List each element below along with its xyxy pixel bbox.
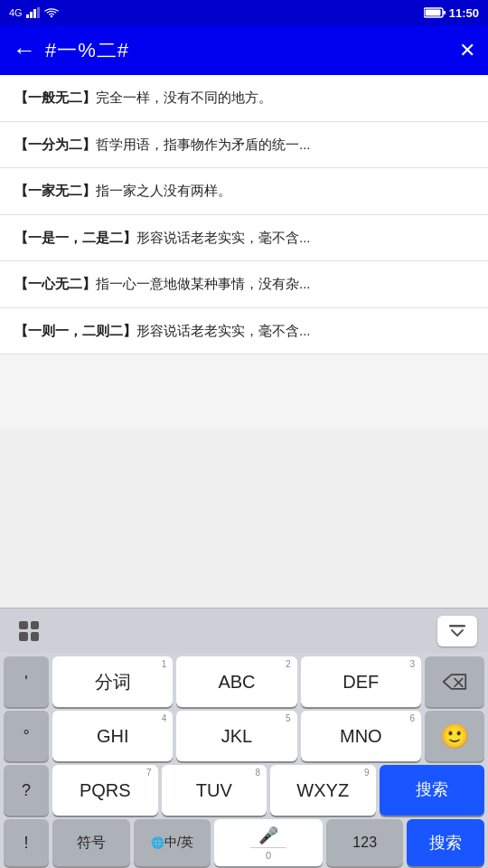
- svg-rect-0: [26, 14, 29, 18]
- punct-comma-key[interactable]: ': [4, 656, 49, 707]
- network-indicator: 4G: [9, 7, 23, 18]
- key-num-8: 8: [255, 769, 260, 778]
- key-pqrs[interactable]: 7 PQRS: [52, 765, 158, 816]
- lang-globe-icon: 🌐: [151, 836, 164, 849]
- result-desc: 指一家之人没有两样。: [96, 183, 231, 198]
- result-item[interactable]: 【一则一，二则二】形容说话老老实实，毫不含...: [0, 308, 488, 355]
- punct-comma-label: ': [24, 674, 27, 690]
- emoji-key[interactable]: 🙂: [425, 711, 484, 761]
- results-area: 【一般无二】完全一样，没有不同的地方。【一分为二】哲学用语，指事物作为矛盾的统一…: [0, 75, 488, 428]
- key-num-2: 2: [286, 660, 291, 669]
- lang-switch-label: 中/英: [164, 835, 193, 851]
- time-display: 11:50: [449, 6, 479, 20]
- key-label-wxyz: WXYZ: [296, 779, 349, 801]
- key-label-fenci: 分词: [95, 671, 131, 693]
- punct-question-key[interactable]: ?: [4, 765, 49, 816]
- key-fencie[interactable]: 1 分词: [52, 656, 173, 707]
- key-row-1: ' 1 分词 2 ABC 3 DEF: [2, 656, 486, 707]
- result-keyword: 【一分为二】: [14, 137, 96, 152]
- search-side-key[interactable]: 搜索: [380, 765, 485, 816]
- result-keyword: 【一是一，二是二】: [14, 230, 136, 245]
- key-row-4: ! 符号 🌐 中/英 🎤 0 123 搜索: [2, 819, 486, 866]
- delete-key[interactable]: [425, 656, 484, 707]
- numeric-key[interactable]: 123: [326, 819, 404, 866]
- mic-icon: 🎤: [258, 826, 278, 845]
- status-right: 11:50: [424, 6, 479, 20]
- grid-menu-button[interactable]: [11, 613, 47, 649]
- result-keyword: 【一则一，二则二】: [14, 323, 136, 338]
- keyboard-toolbar: [0, 608, 488, 653]
- svg-rect-1: [30, 12, 33, 18]
- lang-switch-key[interactable]: 🌐 中/英: [134, 819, 211, 866]
- key-num-5: 5: [286, 714, 291, 723]
- key-wxyz[interactable]: 9 WXYZ: [270, 765, 376, 816]
- signal-icon: [26, 7, 41, 18]
- svg-point-4: [50, 15, 52, 17]
- key-label-jkl: JKL: [221, 725, 252, 747]
- search-bar: ← #一%二# ✕: [0, 25, 488, 75]
- result-desc: 哲学用语，指事物作为矛盾的统一...: [96, 137, 311, 152]
- collapse-keyboard-button[interactable]: [437, 616, 477, 646]
- key-label-mno: MNO: [340, 725, 382, 747]
- result-item[interactable]: 【一心无二】指一心一意地做某种事情，没有杂...: [0, 261, 488, 308]
- punct-exclaim-label: !: [23, 835, 28, 851]
- punct-question-label: ?: [22, 782, 31, 798]
- key-mno[interactable]: 6 MNO: [301, 711, 421, 761]
- key-def[interactable]: 3 DEF: [301, 656, 421, 707]
- search-side-label: 搜索: [416, 780, 448, 800]
- result-desc: 完全一样，没有不同的地方。: [96, 90, 272, 105]
- result-item[interactable]: 【一家无二】指一家之人没有两样。: [0, 168, 488, 215]
- space-line: [250, 847, 286, 848]
- result-keyword: 【一般无二】: [14, 90, 96, 105]
- key-row-3: ? 7 PQRS 8 TUV 9 WXYZ 搜索: [2, 765, 486, 816]
- key-label-tuv: TUV: [196, 779, 232, 801]
- grid-icon: [19, 621, 39, 641]
- result-keyword: 【一家无二】: [14, 183, 96, 198]
- back-button[interactable]: ←: [13, 36, 36, 64]
- key-label-def: DEF: [343, 671, 379, 693]
- key-num-1: 1: [162, 660, 167, 669]
- punct-period-label: °: [23, 728, 29, 744]
- backspace-icon: [442, 673, 467, 691]
- search-bottom-key[interactable]: 搜索: [407, 819, 484, 866]
- symbol-key[interactable]: 符号: [52, 819, 130, 866]
- result-desc: 指一心一意地做某种事情，没有杂...: [96, 276, 311, 291]
- result-item[interactable]: 【一是一，二是二】形容说话老老实实，毫不含...: [0, 215, 488, 262]
- emoji-icon: 🙂: [440, 722, 469, 750]
- punct-exclaim-key[interactable]: !: [4, 819, 49, 866]
- search-bottom-label: 搜索: [429, 832, 462, 854]
- key-jkl[interactable]: 5 JKL: [176, 711, 296, 761]
- key-label-abc: ABC: [218, 671, 255, 693]
- result-item[interactable]: 【一分为二】哲学用语，指事物作为矛盾的统一...: [0, 122, 488, 169]
- result-item[interactable]: 【一般无二】完全一样，没有不同的地方。: [0, 75, 488, 122]
- zero-label: 0: [266, 850, 271, 861]
- key-row-2: ° 4 GHI 5 JKL 6 MNO 🙂: [2, 711, 486, 761]
- key-ghi[interactable]: 4 GHI: [52, 711, 173, 761]
- status-left: 4G: [9, 7, 59, 18]
- svg-rect-7: [425, 10, 440, 16]
- result-keyword: 【一心无二】: [14, 276, 96, 291]
- symbol-label: 符号: [77, 834, 106, 853]
- toolbar-left: [11, 613, 47, 649]
- key-num-7: 7: [146, 769, 152, 778]
- close-button[interactable]: ✕: [459, 39, 475, 62]
- collapse-icon: [449, 625, 465, 637]
- numeric-label: 123: [352, 835, 377, 851]
- search-query[interactable]: #一%二#: [45, 37, 450, 64]
- key-num-3: 3: [409, 660, 415, 669]
- svg-rect-8: [449, 625, 465, 627]
- svg-rect-3: [37, 7, 40, 18]
- space-key[interactable]: 🎤 0: [214, 819, 323, 866]
- status-bar: 4G 11:50: [0, 0, 488, 25]
- key-label-pqrs: PQRS: [80, 779, 131, 801]
- key-num-6: 6: [409, 714, 415, 723]
- key-tuv[interactable]: 8 TUV: [162, 765, 267, 816]
- keyboard-area: ' 1 分词 2 ABC 3 DEF: [0, 608, 488, 868]
- key-num-4: 4: [162, 714, 167, 723]
- wifi-icon: [44, 7, 59, 18]
- key-abc[interactable]: 2 ABC: [176, 656, 296, 707]
- battery-icon: [424, 7, 446, 18]
- result-desc: 形容说话老老实实，毫不含...: [136, 230, 311, 245]
- key-rows: ' 1 分词 2 ABC 3 DEF: [0, 653, 488, 868]
- punct-period-key[interactable]: °: [4, 711, 49, 761]
